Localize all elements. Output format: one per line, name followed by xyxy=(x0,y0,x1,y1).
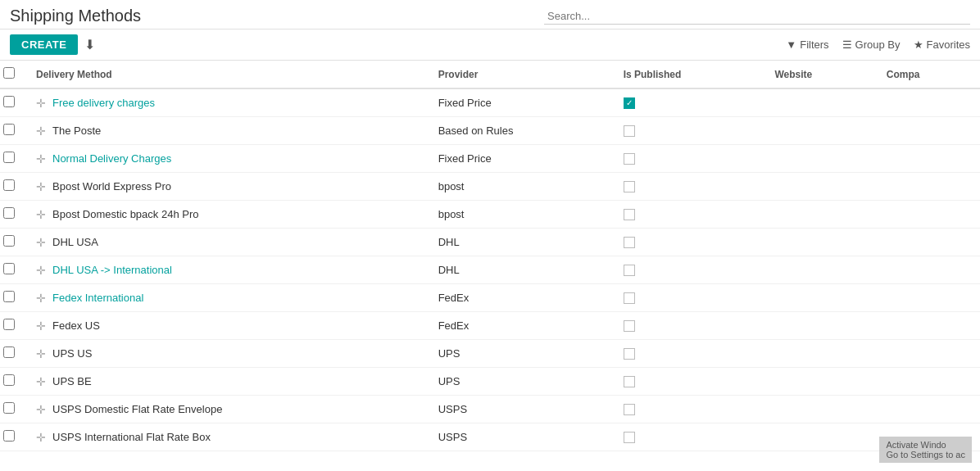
row-website xyxy=(765,368,877,396)
row-checkbox[interactable] xyxy=(3,263,15,274)
drag-handle-icon[interactable]: ✛ xyxy=(36,208,46,221)
groupby-button[interactable]: ☰ Group By xyxy=(842,38,901,51)
toolbar: CREATE ⬇ ▼ Filters ☰ Group By ★ Favorite… xyxy=(0,29,980,61)
published-checkbox-unchecked[interactable] xyxy=(624,348,635,360)
published-checkbox-unchecked[interactable] xyxy=(624,320,635,332)
header-delivery-method: Delivery Method xyxy=(26,61,429,88)
row-checkbox-cell xyxy=(0,229,26,256)
drag-handle-icon[interactable]: ✛ xyxy=(36,319,46,333)
download-icon[interactable]: ⬇ xyxy=(84,37,95,52)
delivery-method-link[interactable]: UPS BE xyxy=(52,375,92,387)
drag-handle-icon[interactable]: ✛ xyxy=(36,236,46,249)
drag-handle-icon[interactable]: ✛ xyxy=(36,292,46,305)
row-is-published xyxy=(614,256,765,284)
row-is-published xyxy=(614,173,765,201)
row-provider: bpost xyxy=(429,201,614,229)
delivery-method-link[interactable]: The Poste xyxy=(52,125,101,137)
row-company xyxy=(877,284,980,312)
row-provider: FedEx xyxy=(429,312,614,340)
drag-handle-icon[interactable]: ✛ xyxy=(36,431,46,444)
row-checkbox[interactable] xyxy=(3,96,15,107)
drag-handle-icon[interactable]: ✛ xyxy=(36,125,46,138)
row-checkbox[interactable] xyxy=(3,152,15,163)
delivery-method-link[interactable]: UPS US xyxy=(52,347,92,360)
table-row: ✛DHL USADHL xyxy=(0,229,980,256)
delivery-method-link[interactable]: DHL USA -> International xyxy=(52,264,172,276)
row-website xyxy=(765,201,877,229)
watermark: Activate Windo Go to Settings to ac xyxy=(879,437,972,451)
published-checkbox-unchecked[interactable] xyxy=(624,292,635,304)
row-provider: DHL xyxy=(429,229,614,256)
shipping-methods-table: Delivery Method Provider Is Published We… xyxy=(0,61,980,451)
published-checkbox-unchecked[interactable] xyxy=(624,376,635,387)
row-delivery-method: ✛The Poste xyxy=(26,117,429,145)
delivery-method-link[interactable]: Normal Delivery Charges xyxy=(52,152,171,165)
drag-handle-icon[interactable]: ✛ xyxy=(36,152,46,165)
row-checkbox[interactable] xyxy=(3,374,15,386)
row-delivery-method: ✛Free delivery charges xyxy=(26,88,429,117)
published-checkbox-unchecked[interactable] xyxy=(624,432,635,443)
create-button[interactable]: CREATE xyxy=(10,34,78,55)
table-row: ✛Bpost Domestic bpack 24h Probpost xyxy=(0,201,980,229)
drag-handle-icon[interactable]: ✛ xyxy=(36,180,46,193)
groupby-label: Group By xyxy=(855,38,901,51)
toolbar-right: ▼ Filters ☰ Group By ★ Favorites xyxy=(786,38,970,51)
favorites-label: Favorites xyxy=(927,38,970,51)
delivery-method-link[interactable]: USPS International Flat Rate Box xyxy=(52,431,211,443)
delivery-method-link[interactable]: Free delivery charges xyxy=(52,97,155,109)
delivery-method-link[interactable]: Fedex US xyxy=(52,319,100,332)
row-checkbox[interactable] xyxy=(3,179,15,191)
top-bar: Shipping Methods xyxy=(0,0,980,29)
row-checkbox-cell xyxy=(0,88,26,117)
delivery-method-link[interactable]: Bpost Domestic bpack 24h Pro xyxy=(52,208,198,220)
row-provider: USPS xyxy=(429,396,614,423)
row-checkbox-cell xyxy=(0,340,26,368)
delivery-method-link[interactable]: USPS Domestic Flat Rate Envelope xyxy=(52,403,222,415)
published-checkbox-unchecked[interactable] xyxy=(624,181,635,192)
row-checkbox-cell xyxy=(0,368,26,396)
drag-handle-icon[interactable]: ✛ xyxy=(36,403,46,416)
drag-handle-icon[interactable]: ✛ xyxy=(36,375,46,388)
row-checkbox[interactable] xyxy=(3,430,15,442)
row-checkbox[interactable] xyxy=(3,402,15,414)
drag-handle-icon[interactable]: ✛ xyxy=(36,347,46,360)
row-company xyxy=(877,256,980,284)
published-checkbox-unchecked[interactable] xyxy=(624,153,635,165)
row-checkbox[interactable] xyxy=(3,207,15,219)
row-checkbox[interactable] xyxy=(3,319,15,330)
row-checkbox[interactable] xyxy=(3,124,15,135)
drag-handle-icon[interactable]: ✛ xyxy=(36,264,46,277)
row-delivery-method: ✛USPS International Flat Rate Box xyxy=(26,423,429,451)
search-input[interactable] xyxy=(544,8,970,25)
row-website xyxy=(765,229,877,256)
row-checkbox[interactable] xyxy=(3,291,15,302)
row-delivery-method: ✛DHL USA -> International xyxy=(26,256,429,284)
row-delivery-method: ✛Normal Delivery Charges xyxy=(26,145,429,173)
table-row: ✛Bpost World Express Probpost xyxy=(0,173,980,201)
published-checkbox-unchecked[interactable] xyxy=(624,237,635,248)
table-row: ✛USPS Domestic Flat Rate EnvelopeUSPS xyxy=(0,396,980,423)
drag-handle-icon[interactable]: ✛ xyxy=(36,97,46,110)
filters-label: Filters xyxy=(800,38,828,51)
delivery-method-link[interactable]: Bpost World Express Pro xyxy=(52,180,171,192)
delivery-method-link[interactable]: Fedex International xyxy=(52,292,143,304)
published-checkbox-unchecked[interactable] xyxy=(624,404,635,415)
row-checkbox[interactable] xyxy=(3,346,15,358)
favorites-button[interactable]: ★ Favorites xyxy=(914,38,970,51)
delivery-method-link[interactable]: DHL USA xyxy=(52,236,98,248)
row-company xyxy=(877,88,980,117)
published-checkbox-unchecked[interactable] xyxy=(624,265,635,276)
table-row: ✛USPS International Flat Rate BoxUSPS xyxy=(0,423,980,451)
published-checkbox-unchecked[interactable] xyxy=(624,209,635,220)
row-is-published xyxy=(614,340,765,368)
row-checkbox[interactable] xyxy=(3,235,15,247)
published-checkbox-unchecked[interactable] xyxy=(624,125,635,137)
select-all-checkbox[interactable] xyxy=(3,67,15,79)
groupby-icon: ☰ xyxy=(842,38,852,51)
row-website xyxy=(765,117,877,145)
filters-button[interactable]: ▼ Filters xyxy=(786,38,828,51)
row-delivery-method: ✛USPS Domestic Flat Rate Envelope xyxy=(26,396,429,423)
published-checkbox-checked[interactable]: ✓ xyxy=(624,97,635,109)
star-icon: ★ xyxy=(914,38,923,51)
row-is-published xyxy=(614,312,765,340)
